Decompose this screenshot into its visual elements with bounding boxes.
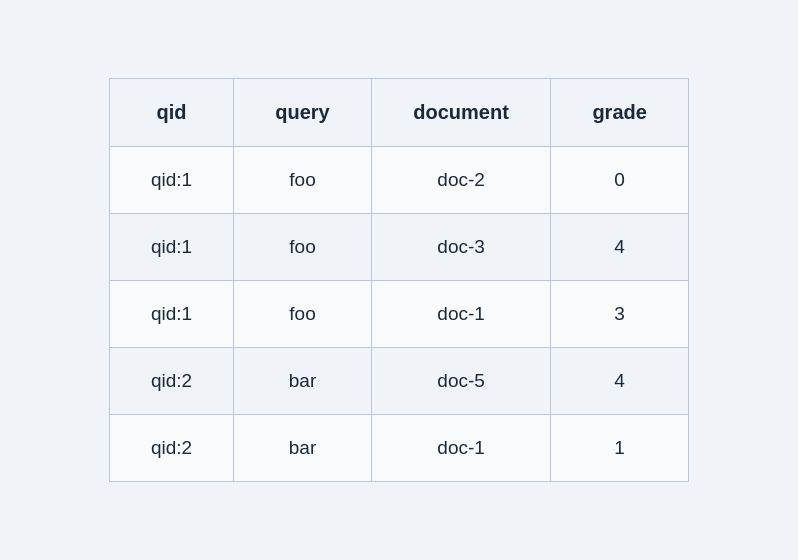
cell-grade: 0 bbox=[551, 147, 689, 214]
cell-qid: qid:1 bbox=[110, 214, 234, 281]
cell-query: foo bbox=[234, 281, 372, 348]
cell-qid: qid:1 bbox=[110, 147, 234, 214]
data-table: qid query document grade qid:1foodoc-20q… bbox=[109, 78, 689, 482]
cell-qid: qid:2 bbox=[110, 415, 234, 482]
cell-grade: 4 bbox=[551, 348, 689, 415]
cell-qid: qid:2 bbox=[110, 348, 234, 415]
cell-document: doc-2 bbox=[371, 147, 550, 214]
cell-grade: 4 bbox=[551, 214, 689, 281]
col-header-grade: grade bbox=[551, 79, 689, 147]
cell-grade: 1 bbox=[551, 415, 689, 482]
col-header-document: document bbox=[371, 79, 550, 147]
cell-document: doc-1 bbox=[371, 281, 550, 348]
cell-grade: 3 bbox=[551, 281, 689, 348]
cell-query: bar bbox=[234, 415, 372, 482]
cell-document: doc-1 bbox=[371, 415, 550, 482]
table-row: qid:1foodoc-13 bbox=[110, 281, 689, 348]
cell-query: bar bbox=[234, 348, 372, 415]
table-row: qid:1foodoc-20 bbox=[110, 147, 689, 214]
table-row: qid:1foodoc-34 bbox=[110, 214, 689, 281]
table-wrapper: qid query document grade qid:1foodoc-20q… bbox=[89, 58, 709, 502]
table-row: qid:2bardoc-11 bbox=[110, 415, 689, 482]
col-header-query: query bbox=[234, 79, 372, 147]
cell-query: foo bbox=[234, 147, 372, 214]
col-header-qid: qid bbox=[110, 79, 234, 147]
cell-query: foo bbox=[234, 214, 372, 281]
cell-document: doc-3 bbox=[371, 214, 550, 281]
cell-document: doc-5 bbox=[371, 348, 550, 415]
table-row: qid:2bardoc-54 bbox=[110, 348, 689, 415]
header-row: qid query document grade bbox=[110, 79, 689, 147]
cell-qid: qid:1 bbox=[110, 281, 234, 348]
